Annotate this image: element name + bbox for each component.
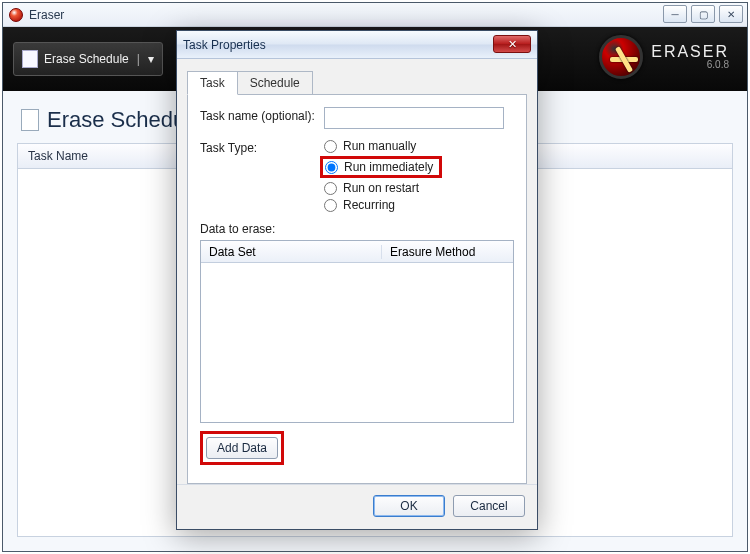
tab-schedule[interactable]: Schedule [237,71,313,95]
task-name-label: Task name (optional): [200,107,324,123]
radio-run-manually[interactable]: Run manually [324,139,442,153]
erase-schedule-button[interactable]: Erase Schedule | ▾ [13,42,163,76]
radio-run-manually-input[interactable] [324,140,337,153]
dialog-titlebar[interactable]: Task Properties ✕ [177,31,537,59]
radio-run-immediately[interactable]: Run immediately [320,156,442,178]
tab-panel-task: Task name (optional): Task Type: Run man… [187,94,527,484]
page-title-icon [21,109,39,131]
minimize-button[interactable]: ─ [663,5,687,23]
task-type-radios: Run manually Run immediately Run on rest… [324,139,442,212]
data-to-erase-label: Data to erase: [200,222,514,236]
dialog-buttons: OK Cancel [177,484,537,529]
window-controls: ─ ▢ ✕ [663,5,743,23]
radio-recurring-label: Recurring [343,198,395,212]
main-titlebar[interactable]: Eraser ─ ▢ ✕ [3,3,747,27]
task-type-label: Task Type: [200,139,324,155]
radio-run-on-restart-input[interactable] [324,182,337,195]
app-title: Eraser [29,8,64,22]
dialog-close-button[interactable]: ✕ [493,35,531,53]
dialog-tabs: Task Schedule [187,71,527,95]
brand-name: ERASER [651,44,729,60]
radio-recurring-input[interactable] [324,199,337,212]
radio-run-on-restart[interactable]: Run on restart [324,181,442,195]
cancel-button[interactable]: Cancel [453,495,525,517]
radio-recurring[interactable]: Recurring [324,198,442,212]
tab-task[interactable]: Task [187,71,238,95]
app-icon [9,8,23,22]
add-data-highlight: Add Data [200,431,284,465]
radio-run-immediately-input[interactable] [325,161,338,174]
col-erasure-method[interactable]: Erasure Method [382,245,513,259]
radio-run-immediately-label: Run immediately [344,160,433,174]
add-data-button[interactable]: Add Data [206,437,278,459]
radio-run-manually-label: Run manually [343,139,416,153]
divider: | [137,52,140,66]
maximize-button[interactable]: ▢ [691,5,715,23]
data-to-erase-table[interactable]: Data Set Erasure Method [200,240,514,423]
dialog-title: Task Properties [183,38,266,52]
data-table-body[interactable] [201,263,513,422]
chevron-down-icon[interactable]: ▾ [148,52,154,66]
radio-run-on-restart-label: Run on restart [343,181,419,195]
schedule-doc-icon [22,50,38,68]
task-properties-dialog: Task Properties ✕ Task Schedule Task nam… [176,30,538,530]
brand-logo-icon [599,35,643,79]
ok-button[interactable]: OK [373,495,445,517]
brand-version: 6.0.8 [651,60,729,70]
col-task-name: Task Name [28,149,88,163]
close-button[interactable]: ✕ [719,5,743,23]
col-data-set[interactable]: Data Set [201,245,382,259]
brand: ERASER 6.0.8 [599,35,729,79]
erase-schedule-label: Erase Schedule [44,52,129,66]
task-name-input[interactable] [324,107,504,129]
data-table-header[interactable]: Data Set Erasure Method [201,241,513,263]
